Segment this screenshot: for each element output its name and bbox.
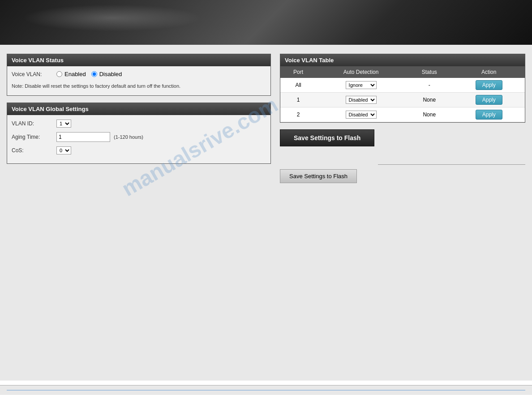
status-1: None bbox=[406, 93, 453, 107]
global-settings-section: Voice VLAN Global Settings VLAN ID: 1 2 … bbox=[7, 103, 271, 164]
save-settings-light-button[interactable]: Save Settings to Flash bbox=[280, 169, 357, 183]
vlan-label: Voice VLAN: bbox=[12, 71, 56, 77]
right-panel: Voice VLAN Table Port Auto Detection Sta… bbox=[280, 54, 525, 372]
status-all: - bbox=[406, 78, 453, 93]
table-header-row: Port Auto Detection Status Action bbox=[280, 66, 525, 78]
enabled-radio-label[interactable]: Enabled bbox=[56, 71, 86, 77]
vlan-status-section: Voice VLAN Status Voice VLAN: Enabled Di… bbox=[7, 54, 271, 96]
apply-1-button[interactable]: Apply bbox=[476, 95, 502, 105]
vlan-table-title: Voice VLAN Table bbox=[280, 54, 525, 66]
vlan-table: Port Auto Detection Status Action All Ig… bbox=[280, 66, 525, 122]
auto-detect-1[interactable]: Disabled Enabled bbox=[316, 93, 406, 107]
auto-detect-all-select[interactable]: Ignore Enabled Disabled bbox=[346, 81, 377, 89]
vlan-status-body: Voice VLAN: Enabled Disabled Note: Disab… bbox=[7, 66, 270, 95]
header-banner bbox=[0, 0, 532, 45]
col-port: Port bbox=[280, 66, 316, 78]
action-all[interactable]: Apply bbox=[453, 78, 525, 93]
cos-control: 0 1 2 3 4 5 6 7 bbox=[56, 146, 71, 154]
status-2: None bbox=[406, 107, 453, 122]
save-light-wrapper: Save Settings to Flash bbox=[280, 169, 525, 183]
separator-line bbox=[378, 164, 525, 165]
disabled-text: Disabled bbox=[99, 71, 122, 77]
global-settings-header: Voice VLAN Global Settings bbox=[7, 103, 270, 115]
main-content: manualsrive.com Voice VLAN Status Voice … bbox=[0, 45, 532, 381]
port-1: 1 bbox=[280, 93, 316, 107]
vlan-status-header: Voice VLAN Status bbox=[7, 54, 270, 66]
vlan-id-row: VLAN ID: 1 2 3 4 bbox=[12, 120, 266, 128]
enabled-text: Enabled bbox=[64, 71, 86, 77]
save-settings-dark-button[interactable]: Save Settings to Flash bbox=[280, 129, 374, 146]
note-text: Note: Disable will reset the settings to… bbox=[12, 81, 266, 91]
port-all: All bbox=[280, 78, 316, 93]
vlan-id-control: 1 2 3 4 bbox=[56, 120, 71, 128]
aging-time-row: Aging Time: (1-120 hours) bbox=[12, 132, 266, 142]
cos-select[interactable]: 0 1 2 3 4 5 6 7 bbox=[56, 146, 71, 154]
global-settings-body: VLAN ID: 1 2 3 4 Aging Time: bbox=[7, 115, 270, 163]
auto-detect-2-select[interactable]: Disabled Enabled bbox=[346, 111, 377, 119]
aging-time-input[interactable] bbox=[56, 132, 110, 142]
auto-detect-1-select[interactable]: Disabled Enabled bbox=[346, 96, 377, 104]
cos-label: CoS: bbox=[12, 147, 56, 154]
action-1[interactable]: Apply bbox=[453, 93, 525, 107]
table-row: 2 Disabled Enabled None Apply bbox=[280, 107, 525, 122]
vlan-status-row: Voice VLAN: Enabled Disabled bbox=[12, 71, 266, 77]
apply-all-button[interactable]: Apply bbox=[476, 80, 502, 90]
col-action: Action bbox=[453, 66, 525, 78]
auto-detect-2[interactable]: Disabled Enabled bbox=[316, 107, 406, 122]
col-auto-detection: Auto Detection bbox=[316, 66, 406, 78]
port-2: 2 bbox=[280, 107, 316, 122]
auto-detect-all[interactable]: Ignore Enabled Disabled bbox=[316, 78, 406, 93]
col-status: Status bbox=[406, 66, 453, 78]
vlan-radio-group: Enabled Disabled bbox=[56, 71, 122, 77]
table-row: All Ignore Enabled Disabled - Apply bbox=[280, 78, 525, 93]
disabled-radio-label[interactable]: Disabled bbox=[91, 71, 122, 77]
footer bbox=[0, 385, 532, 395]
footer-divider bbox=[7, 390, 525, 390]
action-2[interactable]: Apply bbox=[453, 107, 525, 122]
vlan-id-label: VLAN ID: bbox=[12, 120, 56, 127]
cos-row: CoS: 0 1 2 3 4 5 6 7 bbox=[12, 146, 266, 154]
table-row: 1 Disabled Enabled None Apply bbox=[280, 93, 525, 107]
aging-time-control: (1-120 hours) bbox=[56, 132, 143, 142]
save-dark-wrapper: Save Settings to Flash bbox=[280, 129, 525, 155]
disabled-radio[interactable] bbox=[91, 71, 97, 77]
apply-2-button[interactable]: Apply bbox=[476, 110, 502, 120]
left-panel: Voice VLAN Status Voice VLAN: Enabled Di… bbox=[7, 54, 271, 372]
aging-time-label: Aging Time: bbox=[12, 134, 56, 140]
hours-hint: (1-120 hours) bbox=[114, 134, 143, 140]
vlan-table-container: Voice VLAN Table Port Auto Detection Sta… bbox=[280, 54, 525, 123]
enabled-radio[interactable] bbox=[56, 71, 62, 77]
vlan-id-select[interactable]: 1 2 3 4 bbox=[56, 120, 71, 128]
